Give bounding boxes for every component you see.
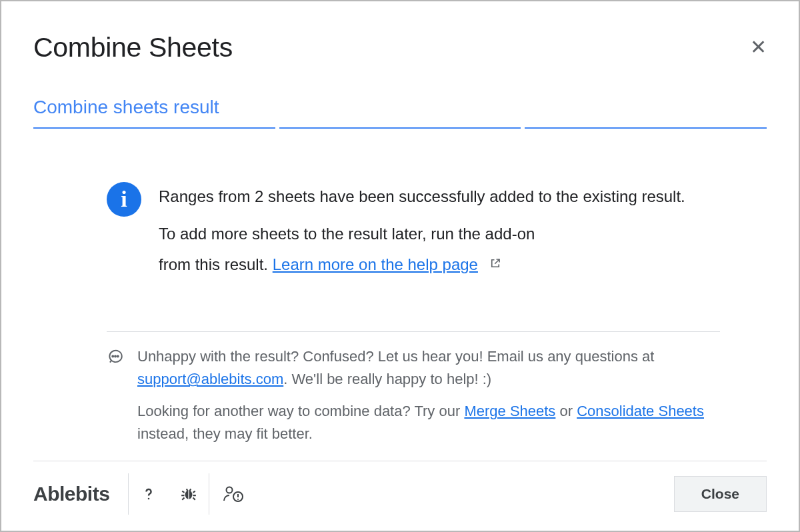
message-line-2b: from this result. Learn more on the help… <box>159 249 685 279</box>
svg-point-2 <box>117 356 119 357</box>
account-info-icon[interactable] <box>209 484 257 504</box>
tab-empty-2[interactable] <box>525 97 767 129</box>
merge-sheets-link[interactable]: Merge Sheets <box>464 403 555 419</box>
tab-empty-1[interactable] <box>279 97 521 129</box>
svg-point-5 <box>227 487 233 493</box>
svg-point-3 <box>148 498 150 500</box>
close-button[interactable]: Close <box>674 476 767 512</box>
close-icon[interactable]: ✕ <box>750 32 767 57</box>
message-line-2a: To add more sheets to the result later, … <box>159 219 685 249</box>
feedback-paragraph-1: Unhappy with the result? Confused? Let u… <box>137 345 720 391</box>
help-icon[interactable] <box>129 485 169 503</box>
feedback-block: Unhappy with the result? Confused? Let u… <box>107 331 720 455</box>
tabs: Combine sheets result <box>33 97 767 129</box>
footer: Ablebits Close <box>33 461 767 515</box>
bug-icon[interactable] <box>169 485 209 503</box>
support-email-link[interactable]: support@ablebits.com <box>137 371 283 387</box>
external-link-icon <box>489 249 501 279</box>
tab-combine-result[interactable]: Combine sheets result <box>33 97 275 129</box>
consolidate-sheets-link[interactable]: Consolidate Sheets <box>577 403 704 419</box>
message-line-1: Ranges from 2 sheets have been successfu… <box>159 182 685 211</box>
info-icon: i <box>107 182 141 217</box>
feedback-paragraph-2: Looking for another way to combine data?… <box>137 400 720 445</box>
speech-bubble-icon <box>107 345 124 455</box>
brand-logo: Ablebits <box>33 483 128 505</box>
learn-more-link[interactable]: Learn more on the help page <box>273 255 478 273</box>
svg-point-1 <box>115 356 116 357</box>
message-line-2b-prefix: from this result. <box>159 255 273 273</box>
result-message: i Ranges from 2 sheets have been success… <box>107 182 720 279</box>
svg-point-0 <box>112 356 113 357</box>
svg-point-8 <box>237 499 239 500</box>
dialog-title: Combine Sheets <box>33 32 233 63</box>
